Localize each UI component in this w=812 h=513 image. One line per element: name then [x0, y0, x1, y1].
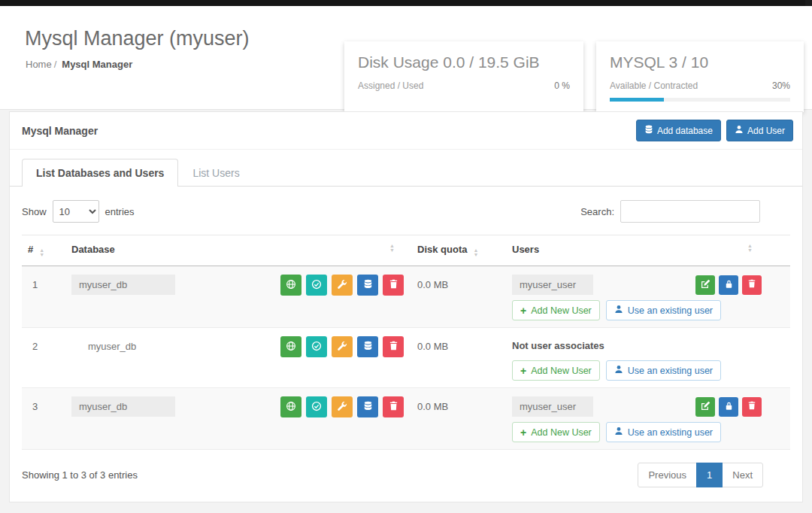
database-name-field[interactable]: myuser_db	[71, 396, 175, 417]
mysql-progress-fill	[610, 98, 664, 102]
privileges-button[interactable]	[306, 275, 327, 296]
database-icon	[644, 125, 653, 136]
globe-icon	[286, 401, 296, 414]
add-new-user-button[interactable]: +Add New User	[512, 422, 600, 442]
change-password-button[interactable]	[719, 397, 738, 417]
add-user-button[interactable]: Add User	[726, 120, 793, 141]
header-disk-quota[interactable]: Disk quota▲▼	[404, 244, 495, 257]
pagination-next-button[interactable]: Next	[722, 463, 763, 487]
use-existing-user-button[interactable]: Use an existing user	[606, 300, 721, 320]
delete-database-button[interactable]	[383, 396, 404, 417]
username-field[interactable]: myuser_user	[512, 396, 593, 417]
repair-database-button[interactable]	[332, 275, 353, 296]
add-new-user-button[interactable]: +Add New User	[512, 300, 600, 320]
header-database[interactable]: Database	[71, 244, 268, 257]
delete-database-button[interactable]	[383, 275, 404, 296]
check-circle-icon	[311, 401, 322, 414]
phpmyadmin-button[interactable]	[280, 396, 301, 417]
use-existing-user-button[interactable]: Use an existing user	[606, 422, 721, 442]
privileges-button[interactable]	[306, 336, 327, 357]
backup-database-button[interactable]	[357, 396, 378, 417]
wrench-icon	[337, 341, 347, 354]
lock-icon	[724, 279, 734, 291]
tab-content: Show 10 entries Search: #▲▼ Database ▲▼ …	[10, 187, 802, 500]
phpmyadmin-button[interactable]	[280, 275, 301, 296]
disk-quota-value: 0.0 MB	[404, 336, 495, 352]
row-number: 2	[22, 336, 71, 352]
mysql-quota-card: MYSQL 3 / 10 Available / Contracted 30%	[596, 41, 804, 112]
edit-user-button[interactable]	[695, 397, 715, 417]
mysql-quota-subtitle: Available / Contracted	[610, 80, 698, 91]
table-row: 1 myuser_db 0.0 MB myuser_user	[22, 266, 790, 328]
header-num[interactable]: #▲▼	[22, 244, 71, 257]
mysql-manager-panel: Mysql Manager Add database Add User List…	[9, 111, 803, 502]
mysql-quota-percent: 30%	[772, 80, 790, 91]
plus-icon: +	[520, 366, 526, 375]
breadcrumb-separator: /	[54, 59, 57, 70]
trash-icon	[389, 279, 398, 291]
disk-usage-card: Disk Usage 0.0 / 19.5 GiB Assigned / Use…	[344, 41, 583, 112]
database-name-field[interactable]: myuser_db	[71, 275, 175, 295]
repair-database-button[interactable]	[332, 396, 353, 417]
backup-database-button[interactable]	[357, 275, 378, 296]
add-database-button[interactable]: Add database	[636, 120, 721, 141]
add-new-user-button[interactable]: +Add New User	[512, 360, 600, 381]
table-summary: Showing 1 to 3 of 3 entries	[22, 469, 138, 481]
privileges-button[interactable]	[306, 396, 327, 417]
username-field[interactable]: myuser_user	[512, 275, 593, 295]
phpmyadmin-button[interactable]	[280, 336, 301, 357]
edit-icon	[701, 401, 710, 413]
tab-list-databases-and-users[interactable]: List Databases and Users	[22, 159, 178, 187]
use-existing-user-button[interactable]: Use an existing user	[606, 360, 721, 381]
user-icon	[614, 305, 623, 316]
sort-icon[interactable]: ▲▼	[389, 244, 395, 257]
trash-icon	[747, 401, 756, 412]
sort-icon[interactable]: ▲▼	[473, 248, 478, 257]
pagination-page-1-button[interactable]: 1	[696, 463, 723, 487]
change-password-button[interactable]	[719, 275, 738, 295]
backup-database-button[interactable]	[357, 336, 378, 357]
repair-database-button[interactable]	[332, 336, 353, 357]
trash-icon	[389, 401, 398, 413]
breadcrumb-home-link[interactable]: Home	[26, 59, 52, 70]
header-users[interactable]: Users▲▼	[495, 244, 790, 257]
user-icon	[614, 365, 623, 376]
database-icon	[363, 401, 373, 413]
check-circle-icon	[311, 341, 322, 354]
delete-user-button[interactable]	[742, 275, 762, 295]
database-icon	[363, 341, 373, 353]
plus-icon: +	[520, 428, 526, 437]
mysql-progress-track	[610, 98, 790, 102]
panel-header: Mysql Manager Add database Add User	[10, 112, 802, 150]
mysql-quota-title: MYSQL 3 / 10	[610, 53, 790, 71]
row-number: 3	[22, 396, 71, 412]
mysql-manager-page: Mysql Manager (myuser) Home/Mysql Manage…	[0, 0, 812, 513]
disk-usage-percent: 0 %	[554, 80, 570, 91]
globe-icon	[286, 279, 296, 292]
user-icon	[614, 426, 623, 438]
delete-database-button[interactable]	[383, 336, 404, 357]
delete-user-button[interactable]	[742, 397, 762, 417]
database-icon	[363, 279, 373, 291]
row-number: 1	[22, 275, 71, 290]
disk-usage-title: Disk Usage 0.0 / 19.5 GiB	[358, 53, 570, 71]
table-row: 2 myuser_db 0.0 MB Not user associates	[22, 328, 790, 388]
edit-user-button[interactable]	[695, 275, 715, 295]
no-user-note: Not user associates	[512, 336, 775, 355]
sort-icon[interactable]: ▲▼	[747, 244, 753, 257]
plus-icon: +	[520, 306, 526, 315]
pagination-previous-button[interactable]: Previous	[638, 463, 697, 487]
databases-table: #▲▼ Database ▲▼ Disk quota▲▼ Users▲▼ 1 m…	[22, 235, 790, 450]
tab-list-users[interactable]: List Users	[178, 159, 253, 187]
check-circle-icon	[311, 279, 322, 292]
disk-quota-value: 0.0 MB	[404, 396, 495, 412]
database-name-field[interactable]: myuser_db	[71, 336, 175, 357]
user-icon	[735, 125, 744, 136]
header-actions[interactable]: ▲▼	[268, 244, 404, 257]
show-label: Show	[22, 206, 47, 217]
wrench-icon	[337, 279, 347, 292]
table-row: 3 myuser_db 0.0 MB myuser_user	[22, 388, 790, 450]
sort-icon[interactable]: ▲▼	[39, 248, 44, 257]
page-size-select[interactable]: 10	[53, 200, 99, 223]
search-input[interactable]	[620, 200, 760, 223]
